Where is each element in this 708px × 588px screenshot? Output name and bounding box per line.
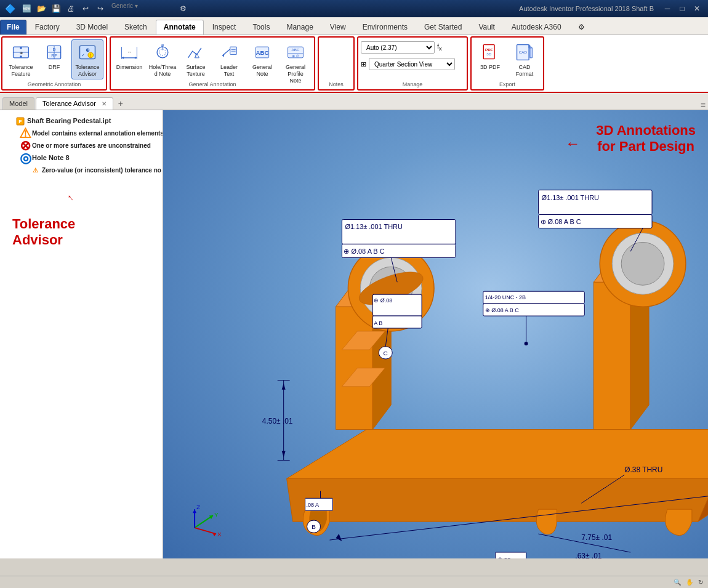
svg-rect-29 [230, 47, 237, 54]
manage-dropdown-row1: Auto (2.37) fx [361, 40, 464, 55]
tab-3dmodel[interactable]: 3D Model [68, 20, 116, 34]
general-profile-note-icon: ABC ⊕ ∅ [286, 42, 305, 62]
btn-3dpdf[interactable]: PDF 3D 3D PDF [474, 39, 506, 73]
tab-close-icon[interactable]: ✕ [102, 100, 107, 107]
svg-rect-72 [539, 215, 652, 228]
btn-tolerance-feature[interactable]: ⊕ Tolerance Feature [5, 39, 37, 79]
tree-item-hole-note[interactable]: ◎ Hole Note 8 [4, 152, 159, 164]
fx-icon[interactable]: fx [437, 42, 442, 52]
canvas-area[interactable]: ← 3D Annotationsfor Part Design [163, 110, 708, 558]
svg-text:X: X [217, 531, 222, 538]
main-area: P Shaft Bearing Pedestal.ipt ⚠ Model con… [0, 110, 708, 558]
btn-cad-format[interactable]: CAD CAD Format [509, 39, 541, 79]
tab-model[interactable]: Model [2, 97, 34, 110]
svg-text:⊕ Ø.08 A B C: ⊕ Ø.08 A B C [344, 248, 384, 255]
dimension-icon: ↔ [119, 42, 139, 62]
tab-manage[interactable]: Manage [278, 20, 321, 34]
tab-file[interactable]: File [0, 20, 26, 34]
tab-environments[interactable]: Environments [355, 20, 416, 34]
qa-undo[interactable]: ↩ [79, 2, 92, 15]
btn-general-note[interactable]: ABC General Note [246, 39, 278, 79]
tab-annotate[interactable]: Annotate [156, 20, 204, 34]
svg-text:!: ! [90, 53, 91, 58]
svg-rect-84 [483, 304, 585, 316]
btn-dimension[interactable]: ↔ Dimension [113, 39, 145, 73]
tolerance-advisor-text: ToleranceAdvisor [12, 216, 163, 249]
part-icon: P [15, 116, 25, 126]
qa-print[interactable]: 🖨 [65, 2, 77, 15]
group-label-export: Export [472, 81, 543, 87]
tab-getstarted[interactable]: Get Started [416, 20, 470, 34]
tab-settings[interactable]: ⚙ [570, 20, 593, 34]
svg-text:Ø: Ø [161, 43, 164, 47]
svg-text:⊕ Ø.08: ⊕ Ø.08 [374, 297, 392, 304]
btn-general-profile-note[interactable]: ABC ⊕ ∅ General Profile Note [280, 39, 312, 86]
qa-new[interactable]: 🆕 [20, 2, 33, 15]
svg-text:⊘.08: ⊘.08 [497, 556, 511, 558]
btn-tolerance-advisor[interactable]: ⊕ ✓ ! Tolerance Advisor [71, 39, 103, 79]
qa-options[interactable]: ⚙ [177, 2, 190, 15]
svg-point-88 [525, 342, 528, 345]
group-export: PDF 3D 3D PDF CAD CAD Format [470, 36, 544, 91]
svg-text:⊕: ⊕ [20, 50, 23, 55]
panel-options-icon[interactable]: ≡ [701, 100, 706, 110]
svg-marker-51 [336, 307, 372, 429]
svg-text:⊕: ⊕ [86, 47, 90, 53]
qa-open[interactable]: 📂 [35, 2, 47, 15]
zoom-controls[interactable]: 🔍 [674, 579, 681, 586]
leader-text-icon [219, 42, 239, 62]
qa-save[interactable]: 💾 [50, 2, 62, 15]
section-view-dropdown[interactable]: Quarter Section View [369, 58, 455, 70]
auto-dropdown[interactable]: Auto (2.37) [361, 41, 435, 54]
tab-factory[interactable]: Factory [27, 20, 68, 34]
btn-leader-text[interactable]: Leader Text [213, 39, 245, 79]
btn-hole-thread-note[interactable]: Ø Hole/Thread Note [147, 39, 179, 79]
tab-add[interactable]: + [115, 97, 127, 110]
svg-text:CAD: CAD [519, 50, 528, 54]
svg-point-61 [600, 221, 686, 307]
svg-text:.08 A: .08 A [307, 502, 319, 508]
title-bar: 🔷 🆕 📂 💾 🖨 ↩ ↪ Generic ▾ ⚙ Autodesk Inven… [0, 0, 708, 17]
window-maximize[interactable]: □ [676, 2, 688, 15]
group-label-general: General Annotation [111, 81, 314, 87]
window-close[interactable]: ✕ [691, 2, 703, 15]
svg-rect-67 [342, 244, 455, 257]
svg-rect-66 [342, 220, 455, 244]
tab-tools[interactable]: Tools [244, 20, 278, 34]
group-label-manage: Manage [358, 81, 467, 87]
svg-marker-65 [342, 331, 385, 350]
svg-text:B: B [312, 523, 316, 530]
svg-point-62 [612, 233, 674, 294]
drf-icon: D RF [44, 42, 64, 62]
svg-point-63 [621, 242, 664, 285]
warning-icon-2: ⚠ [30, 166, 40, 175]
tab-vault[interactable]: Vault [470, 20, 502, 34]
svg-marker-18 [122, 57, 124, 59]
svg-rect-71 [539, 190, 652, 215]
svg-line-101 [581, 475, 624, 503]
group-label-notes: Notes [319, 81, 353, 87]
svg-text:↔: ↔ [127, 50, 131, 55]
btn-surface-texture[interactable]: Surface Texture [180, 39, 212, 79]
svg-text:Y: Y [214, 511, 219, 518]
window-minimize[interactable]: ─ [661, 2, 674, 15]
canvas-svg: Ø1.13± .001 THRU ⊕ Ø.08 A B C Ø1.13± .00… [163, 110, 708, 558]
svg-marker-55 [593, 257, 649, 282]
rotate-icon[interactable]: ↻ [698, 579, 703, 586]
tab-inspect[interactable]: Inspect [204, 20, 244, 34]
svg-marker-52 [336, 282, 391, 307]
svg-text:⊕ Ø.08 A B C: ⊕ Ø.08 A B C [485, 307, 519, 313]
qa-redo[interactable]: ↪ [94, 2, 107, 15]
tab-autodeska360[interactable]: Autodesk A360 [504, 20, 569, 34]
svg-text:✓: ✓ [81, 53, 85, 58]
svg-point-2 [20, 47, 22, 49]
svg-text:PDF: PDF [485, 47, 493, 52]
tab-tolerance-advisor[interactable]: Tolerance Advisor ✕ [36, 97, 113, 110]
svg-marker-56 [630, 257, 649, 429]
svg-point-57 [348, 245, 434, 331]
pan-icon[interactable]: ✋ [686, 579, 693, 586]
tab-sketch[interactable]: Sketch [116, 20, 155, 34]
svg-line-112 [195, 515, 213, 528]
btn-drf[interactable]: D RF DRF [38, 39, 70, 73]
tab-view[interactable]: View [322, 20, 354, 34]
